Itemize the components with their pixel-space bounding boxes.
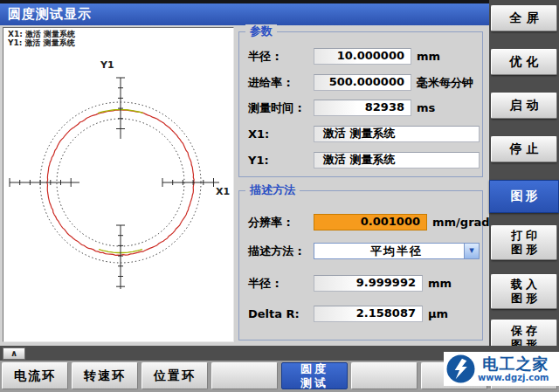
softkey-speed-loop[interactable]: 转速环 <box>72 362 138 389</box>
measured-radius-row: 半径 : 9.999992 mm <box>248 275 452 292</box>
softkey-position-loop[interactable]: 位置环 <box>141 362 208 389</box>
watermark-badge: 电工之家 www.dgzj.com <box>444 352 559 386</box>
chevron-down-icon[interactable]: ▾ <box>464 244 479 258</box>
circularity-plot-panel: X1: 激活 测量系统 Y1: 激活 测量系统 Y1 X1 <box>3 27 234 342</box>
representation-groupbox: 描述方法 分辨率 : 0.001000 mm/grad. 描述方法 : 平均半径… <box>238 190 483 340</box>
representation-groupbox-title: 描述方法 <box>245 183 300 197</box>
page-title: 圆度测试显示 <box>0 3 489 25</box>
watermark-site-name: 电工之家 <box>482 355 549 373</box>
lightning-icon <box>446 354 475 383</box>
radius-label: 半径 : <box>248 49 314 65</box>
measured-radius-label: 半径 : <box>248 276 314 292</box>
watermark-site-url: www.dgzj.com <box>478 373 549 383</box>
y1-system-row: Y1: 激活 测量系统 <box>248 152 480 168</box>
y1-label: Y1: <box>248 154 314 167</box>
resolution-input[interactable]: 0.001000 <box>314 214 427 230</box>
softkey-fullscreen[interactable]: 全屏 <box>491 5 557 31</box>
delta-r-field: 2.158087 <box>314 306 423 322</box>
method-dropdown[interactable]: 平均半径 ▾ <box>314 243 480 259</box>
radius-unit: mm <box>417 50 440 63</box>
feedrate-value-field: 500.000000 <box>314 74 411 91</box>
softkey-load-graph[interactable]: 载入 图形 <box>491 274 557 309</box>
circularity-test-screen: 圆度测试显示 X1: 激活 测量系统 Y1: 激活 测量系统 Y1 X1 参数 … <box>0 0 559 392</box>
softkey-empty-6[interactable] <box>351 362 418 389</box>
feedrate-unit: 毫米每分钟 <box>417 75 473 91</box>
delta-r-label: Delta R: <box>248 307 314 320</box>
measure-time-row: 测量时间 : 82938 ms <box>248 100 435 116</box>
softkey-print-graph[interactable]: 打印 图形 <box>491 225 557 260</box>
feedrate-label: 进给率 : <box>248 75 314 91</box>
parameters-groupbox: 参数 半径 : 10.000000 mm 进给率 : 500.000000 毫米… <box>238 31 483 177</box>
measure-time-unit: ms <box>417 101 435 114</box>
radius-row: 半径 : 10.000000 mm <box>248 48 440 65</box>
softkey-optimize[interactable]: 优化 <box>491 49 557 75</box>
recall-up-button[interactable]: ∧ <box>3 347 25 360</box>
caret-up-icon: ∧ <box>10 348 17 358</box>
watermark-text: 电工之家 www.dgzj.com <box>478 355 549 383</box>
delta-r-unit: µm <box>428 307 448 320</box>
softkey-current-loop[interactable]: 电流环 <box>2 362 68 389</box>
softkey-empty-4[interactable] <box>211 362 278 389</box>
method-dropdown-value: 平均半径 <box>314 244 479 258</box>
y-axis-label: Y1 <box>100 59 114 71</box>
softkey-circularity-test[interactable]: 圆度 测试 <box>281 362 348 389</box>
softkey-start[interactable]: 启动 <box>491 93 557 119</box>
measure-time-value-field: 82938 <box>314 100 411 116</box>
measured-radius-unit: mm <box>428 277 452 290</box>
method-label: 描述方法 : <box>248 244 314 259</box>
x1-label: X1: <box>248 127 314 141</box>
delta-r-row: Delta R: 2.158087 µm <box>248 306 448 322</box>
y1-system-field: 激活 测量系统 <box>314 152 480 168</box>
resolution-row: 分辨率 : 0.001000 mm/grad. <box>248 214 494 230</box>
resolution-label: 分辨率 : <box>248 215 314 230</box>
softkey-stop[interactable]: 停止 <box>491 136 557 162</box>
x1-system-row: X1: 激活 测量系统 <box>248 126 480 142</box>
measured-radius-field: 9.999992 <box>314 275 423 292</box>
x-axis-label: X1 <box>216 186 230 197</box>
softkey-graph[interactable]: 图形 <box>489 180 559 213</box>
method-row: 描述方法 : 平均半径 ▾ <box>248 243 480 259</box>
parameters-groupbox-title: 参数 <box>245 24 277 38</box>
main-content: X1: 激活 测量系统 Y1: 激活 测量系统 Y1 X1 参数 半径 : 10… <box>0 25 489 346</box>
x1-system-field: 激活 测量系统 <box>314 126 480 142</box>
measure-time-label: 测量时间 : <box>248 100 314 116</box>
measuring-system-status-text: X1: 激活 测量系统 Y1: 激活 测量系统 <box>8 30 75 47</box>
feedrate-row: 进给率 : 500.000000 毫米每分钟 <box>248 74 473 91</box>
right-softkey-column: 全屏 优化 启动 停止 图形 打印 图形 载入 图形 保存 图形 <box>489 0 559 361</box>
resolution-unit: mm/grad. <box>432 216 494 229</box>
radius-value-field: 10.000000 <box>314 48 411 65</box>
circularity-plot-canvas <box>3 28 233 341</box>
